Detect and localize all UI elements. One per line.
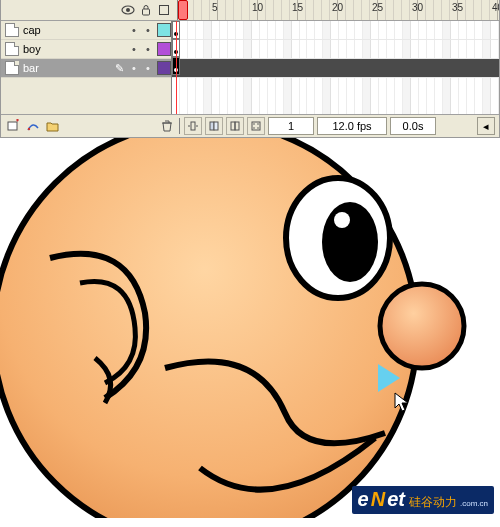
visibility-dot[interactable]: •: [129, 43, 139, 55]
timeline-panel: 1 5 10 15 20 25 30 35 40: [0, 0, 500, 138]
wm-sub: .com.cn: [460, 499, 488, 508]
svg-point-14: [253, 127, 255, 129]
eye-icon[interactable]: [121, 3, 135, 17]
selection-handle[interactable]: [378, 364, 400, 392]
color-swatch[interactable]: [157, 61, 171, 75]
watermark: eNet 硅谷动力.com.cn: [352, 486, 494, 514]
svg-rect-4: [8, 122, 17, 130]
svg-rect-10: [235, 122, 239, 130]
layer-icon: [5, 61, 19, 75]
ruler-tick: 40: [492, 2, 499, 13]
wm-e: e: [358, 488, 369, 511]
layer-icon: [5, 23, 19, 37]
ruler-tick: 5: [212, 2, 218, 13]
add-guide-icon[interactable]: [25, 118, 41, 134]
svg-rect-2: [143, 9, 150, 15]
frame-rate: 12.0 fps: [317, 117, 387, 135]
color-swatch[interactable]: [157, 23, 171, 37]
svg-rect-11: [252, 122, 260, 130]
scroll-left-icon[interactable]: ◂: [477, 117, 495, 135]
svg-point-21: [334, 212, 350, 228]
layer-header-controls: [1, 0, 178, 20]
edit-multi-icon[interactable]: [247, 117, 265, 135]
layers-area: cap • • boy • • bar ✎ • •: [1, 21, 499, 78]
artwork-popeye: [0, 138, 500, 518]
svg-rect-3: [160, 6, 169, 15]
wm-et: et: [387, 488, 405, 511]
svg-rect-7: [210, 122, 214, 130]
elapsed-time: 0.0s: [390, 117, 436, 135]
outline-icon[interactable]: [157, 3, 171, 17]
lock-dot[interactable]: •: [143, 43, 153, 55]
svg-point-12: [253, 123, 255, 125]
timeline-header: 1 5 10 15 20 25 30 35 40: [1, 0, 499, 21]
wm-n: N: [371, 488, 385, 511]
timeline-ruler[interactable]: 1 5 10 15 20 25 30 35 40: [178, 0, 499, 20]
wm-cn: 硅谷动力: [409, 494, 457, 511]
onion-outlines-icon[interactable]: [226, 117, 244, 135]
svg-point-13: [257, 123, 259, 125]
visibility-dot[interactable]: •: [129, 24, 139, 36]
onion-skin-icon[interactable]: [205, 117, 223, 135]
lock-dot[interactable]: •: [143, 62, 153, 74]
svg-point-18: [380, 284, 464, 368]
layer-row-bar[interactable]: bar ✎ • •: [1, 59, 171, 78]
layers-empty-area: [1, 78, 499, 115]
layer-list: cap • • boy • • bar ✎ • •: [1, 21, 172, 78]
color-swatch[interactable]: [157, 42, 171, 56]
svg-point-15: [257, 127, 259, 129]
layer-icon: [5, 42, 19, 56]
layer-name: bar: [23, 62, 109, 74]
insert-layer-icon[interactable]: [5, 118, 21, 134]
lock-icon[interactable]: [139, 3, 153, 17]
pencil-icon: ✎: [113, 62, 125, 75]
visibility-dot[interactable]: •: [129, 62, 139, 74]
frame-row[interactable]: [172, 21, 499, 40]
frame-row[interactable]: [172, 40, 499, 59]
add-folder-icon[interactable]: [45, 118, 61, 134]
timeline-footer: 1 12.0 fps 0.0s ◂: [1, 115, 499, 137]
svg-rect-6: [191, 122, 195, 130]
frames-area[interactable]: [172, 21, 499, 78]
layer-row-boy[interactable]: boy • •: [1, 40, 171, 59]
playhead-line: [176, 78, 177, 114]
playhead[interactable]: [178, 0, 188, 20]
layer-name: cap: [23, 24, 109, 36]
stage-canvas[interactable]: eNet 硅谷动力.com.cn: [0, 138, 500, 518]
center-frame-icon[interactable]: [184, 117, 202, 135]
playhead-line: [176, 21, 177, 78]
trash-icon[interactable]: [159, 118, 175, 134]
svg-point-1: [126, 8, 130, 12]
svg-point-20: [322, 202, 378, 282]
svg-point-5: [28, 128, 30, 130]
svg-rect-8: [214, 122, 218, 130]
layer-row-cap[interactable]: cap • •: [1, 21, 171, 40]
svg-rect-9: [231, 122, 235, 130]
lock-dot[interactable]: •: [143, 24, 153, 36]
current-frame: 1: [268, 117, 314, 135]
frame-row[interactable]: [172, 59, 499, 78]
layer-name: boy: [23, 43, 109, 55]
